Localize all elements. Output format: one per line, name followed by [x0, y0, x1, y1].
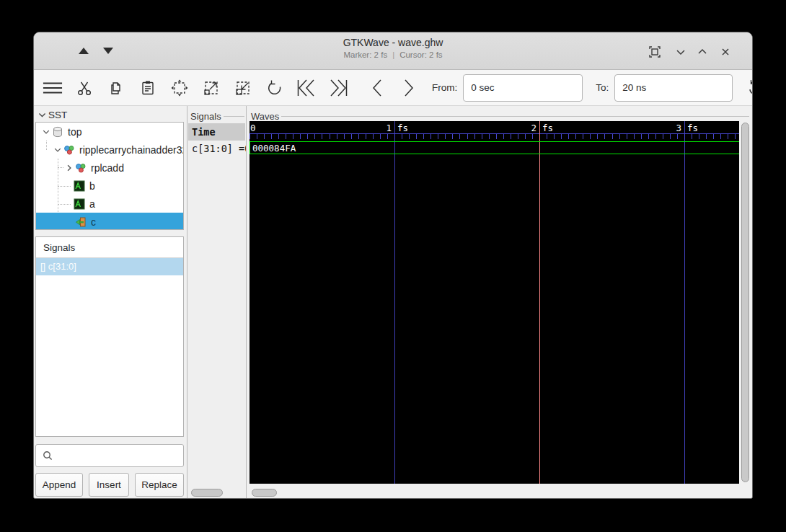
tree-item-c[interactable]: c [36, 213, 183, 230]
timescale-number: 0 [250, 123, 256, 133]
tick-mark [684, 133, 685, 139]
skip-to-start-icon[interactable] [296, 78, 317, 98]
paste-icon[interactable] [138, 78, 158, 98]
signals-list-item[interactable]: [] c[31:0] [36, 258, 183, 275]
tick-mark [293, 133, 293, 139]
tick-mark [416, 133, 417, 139]
tick-mark [612, 133, 613, 139]
time-header[interactable]: Time [188, 123, 245, 141]
menu-icon[interactable] [43, 78, 63, 98]
tree-item-b[interactable]: b [36, 177, 183, 195]
tick-mark [380, 133, 381, 139]
tick-mark [286, 133, 286, 139]
tick-mark [518, 133, 518, 139]
bus-value-label: 000084FA [252, 143, 296, 154]
tick-mark [670, 133, 671, 139]
tick-mark [430, 133, 431, 139]
tree-item-ripplecarrychainadder32[interactable]: ripplecarrychainadder32 [36, 141, 183, 159]
tick-mark [322, 133, 322, 139]
tick-mark [366, 133, 366, 139]
fullscreen-icon[interactable] [645, 43, 664, 61]
tick-mark [692, 133, 692, 139]
expander-open-icon[interactable] [40, 126, 52, 138]
tick-mark [438, 133, 438, 139]
tick-mark [627, 133, 627, 139]
tick-mark [720, 133, 721, 139]
tick-mark [597, 133, 598, 139]
from-label: From: [432, 82, 457, 93]
cut-icon[interactable] [74, 78, 94, 98]
tree-item-top[interactable]: top [36, 123, 183, 141]
bus-bottom-line [250, 154, 739, 154]
close-icon[interactable] [716, 43, 735, 61]
skip-to-end-icon[interactable] [328, 78, 348, 98]
tick-mark [445, 133, 446, 139]
to-input[interactable] [614, 74, 733, 102]
tick-mark [568, 133, 569, 139]
waves-vscrollbar[interactable] [741, 123, 751, 482]
sst-header[interactable]: SST [37, 110, 67, 120]
tick-mark [489, 133, 490, 139]
bus-top-line [250, 141, 739, 142]
signals-frame-label: Signals [190, 111, 244, 122]
zoom-fit-icon[interactable] [169, 78, 190, 98]
tick-mark [409, 133, 410, 139]
tick-mark [482, 133, 482, 139]
tick-mark [373, 133, 374, 139]
waves-hscrollbar[interactable] [252, 489, 277, 497]
signal-value-row[interactable]: c[31:0] =000084FA [188, 141, 246, 157]
tick-mark [728, 133, 728, 139]
append-button[interactable]: Append [35, 473, 83, 497]
signals-column: Signals Time c[31:0] =000084FA [187, 106, 247, 499]
from-input[interactable] [463, 74, 583, 102]
module-icon [63, 144, 76, 156]
to-label: To: [596, 82, 609, 93]
tick-mark [706, 133, 707, 139]
tree-item-label: ripplecarrychainadder32 [79, 144, 184, 156]
tree-item-label: rplcadd [91, 162, 124, 174]
tick-mark [250, 133, 250, 139]
zoom-out-icon[interactable] [233, 78, 253, 98]
tick-mark [257, 133, 257, 139]
titlebar[interactable]: GTKWave - wave.ghw Marker: 2 fs|Cursor: … [34, 32, 752, 70]
tick-mark [532, 133, 533, 139]
zoom-in-icon[interactable] [201, 78, 221, 98]
signal-search-input[interactable] [35, 444, 184, 467]
signal-icon [74, 198, 86, 210]
grid-line [684, 121, 685, 484]
copy-icon[interactable] [106, 78, 126, 98]
window-title: GTKWave - wave.ghw [34, 37, 752, 48]
signals-hscrollbar[interactable] [191, 489, 223, 497]
undo-icon[interactable] [265, 78, 285, 98]
tick-mark [271, 133, 272, 139]
reload-icon[interactable] [746, 78, 753, 98]
waves-frame-label: Waves [251, 111, 749, 122]
tick-mark [452, 133, 453, 139]
tick-mark [677, 133, 678, 139]
replace-button[interactable]: Replace [135, 473, 184, 497]
tick-mark [387, 133, 388, 139]
tick-mark [547, 133, 547, 139]
marker-line[interactable] [539, 121, 540, 484]
tick-mark [337, 133, 337, 139]
wave-canvas[interactable]: 01fs2fs3fs000084FA [250, 121, 739, 484]
tick-mark [459, 133, 460, 139]
timescale-unit: fs [397, 123, 408, 133]
tick-mark [351, 133, 352, 139]
tick-mark [655, 133, 656, 139]
minimize-icon[interactable] [671, 43, 690, 61]
tick-mark [583, 133, 583, 139]
expander-open-icon[interactable] [52, 144, 63, 156]
tree-item-rplcadd[interactable]: rplcadd [36, 159, 183, 177]
tree-item-a[interactable]: a [36, 195, 183, 213]
tree-item-label: top [68, 126, 81, 138]
insert-button[interactable]: Insert [89, 473, 129, 497]
tree-item-label: a [89, 198, 95, 210]
tick-baseline [250, 133, 739, 134]
waves-vscrollbar-thumb[interactable] [741, 123, 749, 482]
maximize-icon[interactable] [693, 43, 712, 61]
expander-closed-icon[interactable] [63, 162, 75, 174]
prev-edge-icon[interactable] [367, 78, 387, 98]
next-edge-icon[interactable] [399, 78, 419, 98]
sst-tree: top ripplecarrychainadder32 [35, 122, 184, 230]
